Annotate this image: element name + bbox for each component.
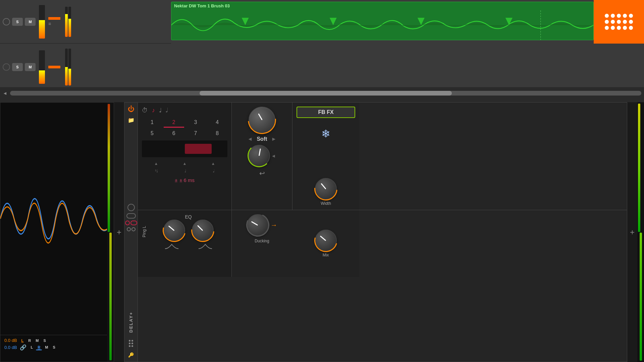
width-knob-container: Width bbox=[297, 178, 355, 206]
eq-knob-1-container bbox=[163, 220, 185, 241]
ducking-row: → bbox=[247, 214, 277, 236]
level-meter-1b bbox=[68, 7, 71, 37]
time-num-1[interactable]: 1 bbox=[142, 118, 162, 128]
ducking-knob[interactable] bbox=[247, 214, 269, 236]
clock-icon[interactable]: ⏱ bbox=[142, 107, 148, 114]
channel-btns-orange: L R M S bbox=[20, 338, 48, 343]
side-small-circles bbox=[127, 227, 136, 231]
side-sm-circle-2[interactable] bbox=[131, 227, 136, 231]
ch-btn-R-blue[interactable]: R bbox=[36, 345, 42, 350]
delay-plugin-label: DELAY+ bbox=[128, 312, 133, 333]
time-num-8[interactable]: 8 bbox=[207, 129, 227, 138]
eq-curve-2 bbox=[199, 243, 212, 249]
audio-clip-1[interactable]: Nektar DW Tom 1 Brush 03 bbox=[171, 2, 594, 40]
power-icon[interactable]: ⏻ bbox=[128, 105, 135, 113]
ch-btn-S-orange[interactable]: S bbox=[42, 338, 47, 343]
track-record-btn-2[interactable] bbox=[3, 63, 10, 71]
side-sm-circle-1[interactable] bbox=[127, 227, 131, 231]
eq-section: Ping L EQ bbox=[138, 210, 232, 277]
delay-bar[interactable] bbox=[142, 140, 227, 157]
eighth-note-red-icon[interactable]: ♪ bbox=[152, 107, 155, 114]
key-icon[interactable]: 🔑 bbox=[128, 352, 134, 358]
link-icon[interactable]: 🔗 bbox=[20, 344, 26, 351]
soft-nav: ◄ Soft ► bbox=[248, 136, 277, 142]
time-num-2[interactable]: 2 bbox=[164, 118, 184, 128]
bitwig-logo[interactable] bbox=[594, 0, 644, 44]
ch-btn-S-blue[interactable]: S bbox=[51, 345, 57, 350]
right-meter-right bbox=[640, 233, 642, 361]
bar-arrow-2: ▲ bbox=[183, 161, 187, 166]
feedback-trim-icon[interactable]: ◄ bbox=[271, 153, 276, 159]
side-circle-red-2[interactable] bbox=[130, 221, 137, 225]
ping-label: Ping L bbox=[142, 226, 147, 237]
time-section: ⏱ ♪ ♩ 𝅗𝅥 1 2 3 4 5 6 7 8 bbox=[138, 103, 232, 210]
bar-arrow-3: ▲ bbox=[211, 161, 215, 166]
quarter-note-icon[interactable]: ♩ bbox=[159, 107, 162, 114]
level-meter-2a bbox=[65, 49, 68, 85]
character-knob-container bbox=[249, 107, 275, 133]
eq-knobs bbox=[149, 220, 227, 241]
ch-btn-M-blue[interactable]: M bbox=[43, 345, 50, 350]
channel-btns-blue: L R M S bbox=[29, 345, 57, 350]
ch-btn-L-orange[interactable]: L bbox=[20, 338, 25, 343]
eq-knob-2-container bbox=[192, 220, 214, 241]
time-num-6[interactable]: 6 bbox=[164, 129, 184, 138]
eq-knob-2[interactable] bbox=[192, 220, 214, 241]
sidebar-dots-grid[interactable] bbox=[129, 340, 133, 347]
delay-ms-value: ± 6 ms bbox=[179, 177, 195, 183]
eq-knob-1[interactable] bbox=[163, 220, 185, 241]
db-row-orange: 0.0 dB L R M S bbox=[4, 338, 110, 343]
track-mute-btn-2[interactable]: M bbox=[25, 63, 36, 71]
folder-icon[interactable]: 📁 bbox=[128, 117, 135, 123]
add-button-left[interactable]: + bbox=[114, 102, 124, 362]
horizontal-scrollbar[interactable] bbox=[10, 91, 641, 96]
time-num-4[interactable]: 4 bbox=[207, 118, 227, 128]
side-circle-red-1[interactable] bbox=[125, 221, 130, 225]
add-button-right[interactable]: + bbox=[627, 102, 637, 362]
track-controls: S M ≡ S M bbox=[0, 0, 171, 94]
side-circle-1[interactable] bbox=[127, 204, 135, 211]
scroll-left-arrow[interactable]: ◄ bbox=[3, 90, 7, 96]
mix-knob[interactable] bbox=[315, 230, 337, 251]
ch-btn-M-orange[interactable]: M bbox=[34, 338, 40, 343]
character-knob[interactable] bbox=[249, 107, 275, 133]
track-solo-btn-2[interactable]: S bbox=[12, 63, 23, 71]
delay-bar-fill bbox=[185, 144, 212, 154]
soft-label: Soft bbox=[257, 136, 267, 142]
track-mute-btn-1[interactable]: M bbox=[25, 18, 36, 26]
loop-back-icon[interactable]: ↩ bbox=[259, 169, 265, 177]
time-num-3[interactable]: 3 bbox=[185, 118, 206, 128]
ch-btn-L-blue[interactable]: L bbox=[29, 345, 35, 350]
meter-bar-left bbox=[108, 104, 110, 232]
soft-nav-right[interactable]: ► bbox=[271, 136, 277, 142]
time-num-5[interactable]: 5 bbox=[142, 129, 162, 138]
delay-top-section: ⏱ ♪ ♩ 𝅗𝅥 1 2 3 4 5 6 7 8 bbox=[138, 103, 627, 210]
delay-plugin-panel: ⏻ 📁 DELAY+ bbox=[124, 102, 627, 362]
track-content-area: Nektar DW Tom 1 Brush 03 bbox=[171, 0, 644, 44]
side-oval-1[interactable] bbox=[126, 213, 136, 219]
waveform-area bbox=[171, 10, 593, 40]
level-meter-2b bbox=[68, 49, 71, 85]
time-number-grid: 1 2 3 4 5 6 7 8 bbox=[142, 118, 227, 138]
waveform-canvas bbox=[0, 103, 114, 335]
ducking-knob-container bbox=[247, 214, 269, 236]
logo-grid bbox=[601, 10, 636, 33]
eq-curve-1 bbox=[165, 243, 178, 249]
waveform-display: 0.0 dB L R M S 0.0 dB 🔗 L R M S bbox=[0, 102, 114, 362]
fbfx-title[interactable]: FB FX bbox=[297, 107, 355, 118]
feedback-knob-row: ◄ bbox=[248, 145, 276, 167]
track-solo-btn-1[interactable]: S bbox=[12, 18, 23, 26]
menu-icon-1[interactable]: ≡ bbox=[48, 21, 60, 26]
time-num-7[interactable]: 7 bbox=[185, 129, 206, 138]
beat-note-2: 𝅗♩ bbox=[213, 169, 214, 173]
soft-nav-left[interactable]: ◄ bbox=[248, 136, 253, 142]
delay-bar-arrows: ▲ ▲ ▲ bbox=[142, 161, 227, 166]
track-record-btn-1[interactable] bbox=[3, 18, 10, 25]
scrollbar-thumb[interactable] bbox=[200, 91, 452, 96]
freeze-icon[interactable]: ❄ bbox=[297, 127, 355, 140]
db-row-blue: 0.0 dB 🔗 L R M S bbox=[4, 344, 110, 351]
eq-label: EQ bbox=[149, 214, 227, 220]
ch-btn-R-orange[interactable]: R bbox=[26, 338, 33, 343]
width-knob[interactable] bbox=[315, 178, 337, 200]
feedback-knob[interactable] bbox=[248, 145, 270, 167]
